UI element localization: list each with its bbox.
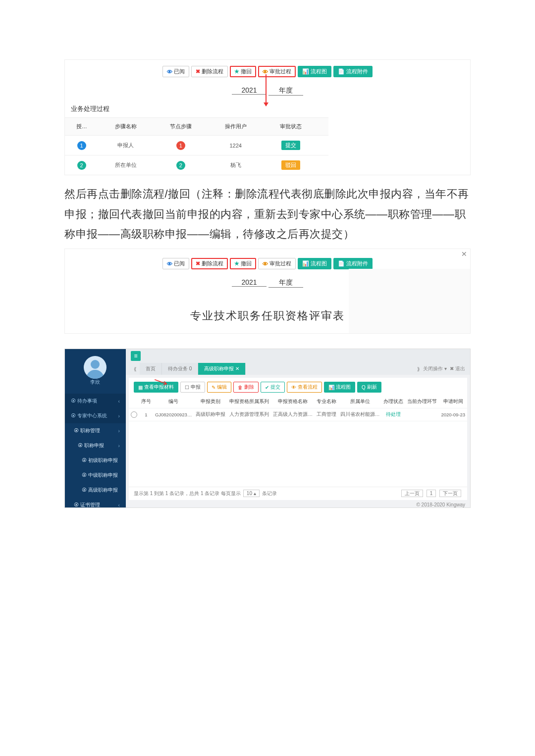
cell-series: 人力资源管理系列: [227, 408, 271, 421]
cell-node: [405, 408, 439, 421]
button-icon: ★: [234, 260, 239, 267]
sidebar-item[interactable]: ⦿ 高级职称申报: [65, 483, 126, 498]
toolbar-button[interactable]: 👁已阅: [162, 66, 189, 77]
sidebar-item-label: ⦿ 中级职称申报: [82, 472, 118, 479]
op-button[interactable]: Q刷新: [357, 382, 381, 393]
tab[interactable]: 首页: [140, 363, 162, 375]
button-icon: ☐: [185, 385, 189, 390]
button-icon: 📊: [328, 385, 334, 390]
toolbar-button[interactable]: ✖删除流程: [191, 258, 228, 269]
tab[interactable]: 待办业务 0: [162, 363, 198, 375]
step-name: 申报人: [98, 136, 153, 155]
col-header: 节点步骤: [153, 118, 208, 136]
button-icon: 👁: [167, 69, 172, 75]
button-icon: ✔: [265, 385, 269, 390]
row-select-radio[interactable]: [131, 411, 137, 418]
sidebar-item-label: ⦿ 高级职称申报: [82, 487, 118, 494]
op-button[interactable]: 📊流程图: [324, 382, 355, 393]
col-header: 审批状态: [263, 118, 318, 136]
toolbar-button[interactable]: ✖删除流程: [191, 66, 228, 77]
tab-right-action[interactable]: ⟫: [417, 366, 420, 372]
pager-text2: 条记录: [262, 491, 277, 496]
pager: 显示第 1 到第 1 条记录，总共 1 条记录 每页显示 10 ▴ 条记录 上一…: [129, 487, 467, 500]
sidebar-item-label: ⦿ 职称申报: [78, 442, 104, 449]
tabs-right-ops: ⟫关闭操作 ▾✖ 退出: [417, 365, 465, 372]
sidebar-item[interactable]: ⦿ 职称管理›: [65, 423, 126, 438]
button-icon: 👁: [263, 69, 268, 75]
avatar-wrap: 李欣: [65, 349, 126, 394]
op-button[interactable]: ▦查看申报材料: [134, 382, 178, 393]
op-button[interactable]: 👁查看流程: [287, 382, 322, 393]
toolbar-button[interactable]: 📄流程附件: [333, 258, 373, 269]
op-button[interactable]: ✔提交: [261, 382, 285, 393]
toolbar-button[interactable]: 👁已阅: [162, 258, 189, 269]
toolbar-button[interactable]: ★撤回: [230, 66, 256, 77]
sidebar: 李欣 ⦿ 待办事项‹⦿ 专家中心系统›⦿ 职称管理›⦿ 职称申报›⦿ 初级职称申…: [65, 349, 126, 507]
col-header: 专业名称: [315, 396, 338, 408]
sidebar-item-label: ⦿ 职称管理: [74, 427, 100, 434]
status-badge: 驳回: [281, 160, 300, 170]
toolbar-button[interactable]: 📊流程图: [298, 258, 331, 269]
button-label: 删除: [244, 384, 254, 391]
cell-unit: 四川省农村能源…: [338, 408, 382, 421]
cell-qual: 正高级人力资源…: [271, 408, 315, 421]
tab-right-action[interactable]: 关闭操作 ▾: [423, 365, 447, 372]
button-icon: 📄: [338, 260, 345, 267]
chevron-icon: ‹: [118, 503, 120, 508]
sidebar-item-label: ⦿ 证书管理: [74, 502, 100, 508]
button-label: 查看流程: [298, 384, 318, 391]
status-badge: 提交: [281, 141, 300, 150]
sidebar-item[interactable]: ⦿ 待办事项‹: [65, 394, 126, 408]
tab[interactable]: 高级职称申报 ✕: [198, 363, 246, 375]
sidebar-item[interactable]: ⦿ 证书管理‹: [65, 498, 126, 508]
sidebar-item[interactable]: ⦿ 专家中心系统›: [65, 408, 126, 423]
copyright: © 2018-2020 Kingway: [126, 500, 470, 507]
button-icon: 📄: [338, 68, 345, 75]
button-label: 已阅: [174, 260, 185, 267]
button-label: 申报: [191, 384, 201, 391]
button-label: 提交: [270, 384, 280, 391]
page-size-select[interactable]: 10 ▴: [243, 490, 260, 497]
toolbar-button[interactable]: 📊流程图: [298, 66, 331, 77]
toolbar-button[interactable]: 📄流程附件: [333, 66, 373, 77]
toolbar-button[interactable]: ★撤回: [230, 258, 256, 269]
cell-date: 2020-09-23: [439, 408, 467, 421]
sidebar-item[interactable]: ⦿ 职称申报›: [65, 438, 126, 453]
button-label: 已阅: [174, 68, 185, 75]
next-page-button[interactable]: 下一页: [439, 490, 461, 497]
tabs-scroll-left-icon[interactable]: ⟪: [131, 364, 140, 374]
cell-state: 待处理: [381, 408, 405, 421]
button-label: 删除流程: [202, 68, 223, 75]
prev-page-button[interactable]: 上一页: [401, 490, 423, 497]
close-icon[interactable]: ✕: [461, 250, 467, 258]
main-panel: ≡ ⟪首页待办业务 0高级职称申报 ✕⟫关闭操作 ▾✖ 退出 ▦查看申报材料☐申…: [126, 349, 470, 507]
operations-row: ▦查看申报材料☐申报✎编辑🗑删除✔提交👁查看流程📊流程图Q刷新: [129, 378, 467, 396]
sidebar-item[interactable]: ⦿ 中级职称申报: [65, 468, 126, 483]
table-row[interactable]: 1GJ0820200923…高级职称申报人力资源管理系列正高级人力资源…工商管理…: [129, 408, 467, 421]
blank-area: [349, 269, 470, 333]
screenshot-approval-process: 👁已阅✖删除流程★撤回👁审批过程📊流程图📄流程附件 2021 年度 业务处理过程…: [64, 59, 471, 175]
op-button[interactable]: ✎编辑: [207, 382, 231, 393]
button-label: 流程图: [311, 260, 327, 267]
col-header: 申报资格名称: [271, 396, 315, 408]
button-label: 撤回: [241, 68, 252, 75]
node-dot: 2: [176, 161, 185, 170]
sidebar-item[interactable]: ⦿ 初级职称申报: [65, 453, 126, 468]
op-button[interactable]: 🗑删除: [233, 382, 259, 393]
toolbar-button[interactable]: 👁审批过程: [258, 66, 296, 77]
blank-area: [328, 80, 470, 175]
button-icon: 📊: [302, 260, 309, 267]
topbar: ≡: [126, 349, 470, 363]
menu-toggle-icon[interactable]: ≡: [131, 351, 141, 361]
col-header: 操作用户: [208, 118, 263, 136]
year-label: 年度: [268, 86, 303, 96]
instruction-text: 然后再点击删除流程/撤回（注释：删除流程代表彻底删除此次申报内容，当年不再申报；…: [64, 184, 471, 245]
op-button[interactable]: ☐申报: [180, 382, 205, 393]
toolbar-button[interactable]: 👁审批过程: [258, 258, 296, 269]
button-label: 流程图: [311, 68, 327, 75]
col-header: 序号: [139, 396, 153, 408]
cell-code: GJ0820200923…: [153, 408, 194, 421]
col-header: 所属单位: [338, 396, 382, 408]
tab-right-action[interactable]: ✖ 退出: [450, 365, 465, 372]
button-label: 审批过程: [269, 68, 291, 75]
